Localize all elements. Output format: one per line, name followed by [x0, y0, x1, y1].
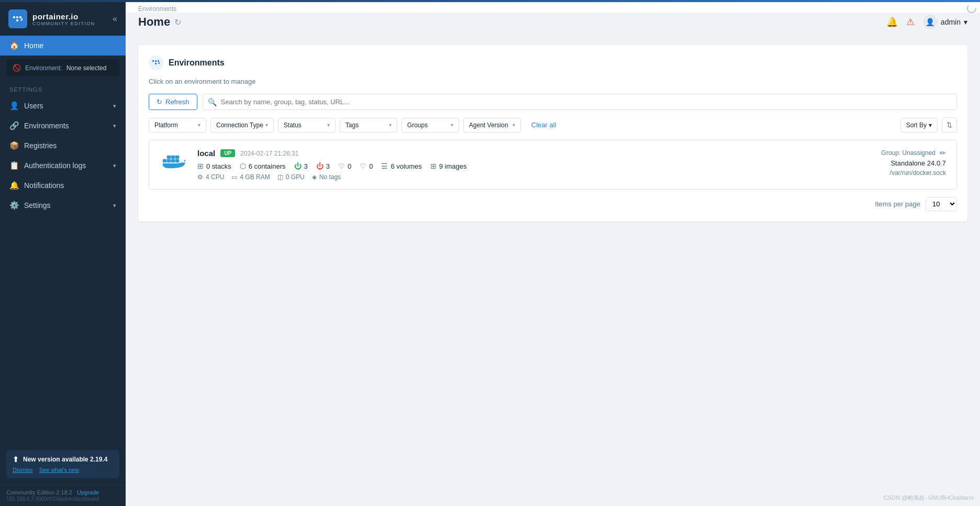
watermark: CSDN @鲍海超- GNUBHCkalitarro: [884, 494, 974, 502]
environments-icon: 🔗: [9, 121, 19, 130]
svg-rect-14: [175, 156, 179, 159]
svg-point-16: [181, 161, 183, 162]
upgrade-icon: ⬆: [13, 455, 19, 464]
sort-by-select[interactable]: Sort By ▾: [900, 118, 938, 133]
header-title-area: Home ↻ 🔔 ⚠ 👤 admin ▾: [126, 13, 980, 35]
sidebar-users-label: Users: [24, 102, 43, 110]
svg-rect-7: [158, 60, 159, 62]
sidebar-item-home[interactable]: 🏠 Home: [0, 36, 126, 56]
panel-header-icon: [149, 56, 163, 70]
healthy-icon: ♡: [338, 162, 345, 170]
footer-edition: Community Edition 2.18.2: [6, 489, 72, 496]
sidebar-item-users[interactable]: 👤 Users ▾: [0, 96, 126, 116]
whats-new-link[interactable]: See what's new: [39, 467, 80, 473]
svg-rect-9: [163, 159, 166, 162]
platform-filter-label: Platform: [154, 122, 178, 129]
connection-type-filter[interactable]: Connection Type ▾: [210, 118, 274, 133]
clear-all-button[interactable]: Clear all: [525, 118, 563, 132]
auth-logs-icon: 📋: [9, 161, 19, 170]
env-resources-row: ⚙ 4 CPU ▭ 4 GB RAM ◫ 0 GPU: [197, 173, 843, 181]
environment-card[interactable]: local up 2024-02-17 21:26:31 ⊞ 0 stacks …: [149, 140, 957, 190]
app-name: portainer.io: [32, 12, 95, 21]
running-value: 3: [304, 162, 308, 170]
page-refresh-icon[interactable]: ↻: [174, 17, 181, 27]
images-icon: ⊞: [430, 162, 437, 170]
gpu-value: 0 GPU: [286, 173, 305, 181]
new-version-title: New version available 2.19.4: [23, 456, 107, 463]
sidebar-item-auth-logs[interactable]: 📋 Authentication logs ▾: [0, 156, 126, 175]
pagination-row: Items per page 10 25 50 100: [149, 197, 957, 211]
env-card-body: local up 2024-02-17 21:26:31 ⊞ 0 stacks …: [197, 149, 843, 181]
env-label: Environment:: [25, 64, 62, 72]
user-menu[interactable]: 👤 admin ▾: [923, 15, 967, 29]
groups-filter[interactable]: Groups ▾: [402, 118, 459, 133]
sidebar-item-environments[interactable]: 🔗 Environments ▾: [0, 116, 126, 136]
loading-indicator: [966, 3, 977, 16]
items-per-page-select[interactable]: 10 25 50 100: [926, 197, 957, 211]
refresh-button[interactable]: ↻ Refresh: [149, 94, 197, 110]
healthy-value: 0: [348, 162, 351, 170]
notifications-icon: 🔔: [9, 181, 19, 190]
env-name: local: [197, 149, 215, 158]
containers-icon: ⬡: [240, 162, 246, 170]
sidebar-home-label: Home: [24, 41, 43, 50]
panel-title: Environments: [169, 58, 225, 68]
unhealthy-icon: ♡: [360, 162, 366, 170]
svg-rect-1: [13, 16, 15, 18]
platform-filter[interactable]: Platform ▾: [149, 118, 206, 133]
stopped-value: 3: [326, 162, 330, 170]
search-input[interactable]: [203, 94, 957, 110]
unhealthy-value: 0: [369, 162, 373, 170]
username: admin: [941, 18, 961, 26]
click-hint: Click on an environment to manage: [149, 78, 957, 85]
groups-filter-label: Groups: [407, 122, 428, 129]
tags-filter-label: Tags: [346, 122, 359, 129]
agent-version-filter[interactable]: Agent Version ▾: [463, 118, 521, 133]
edit-icon[interactable]: ✏: [940, 149, 946, 157]
environments-chevron-icon: ▾: [113, 123, 116, 129]
search-box: 🔍: [203, 94, 957, 110]
sidebar-registries-label: Registries: [24, 141, 57, 150]
ram-value: 4 GB RAM: [240, 173, 270, 181]
sidebar-item-notifications[interactable]: 🔔 Notifications: [0, 175, 126, 195]
connection-type-label: Connection Type: [216, 122, 263, 129]
items-per-page-dropdown[interactable]: 10 25 50 100: [926, 197, 957, 211]
sidebar-collapse-btn[interactable]: «: [113, 14, 117, 24]
auth-logs-chevron-icon: ▾: [113, 162, 116, 169]
connection-type-chevron-icon: ▾: [265, 122, 268, 128]
agent-version-chevron-icon: ▾: [513, 122, 515, 128]
bell-icon[interactable]: 🔔: [886, 16, 898, 28]
running-stat: ⏻ 3: [294, 162, 308, 170]
refresh-btn-icon: ↻: [157, 98, 162, 106]
groups-chevron-icon: ▾: [451, 122, 453, 128]
users-chevron-icon: ▾: [113, 103, 116, 109]
volumes-value: 6 volumes: [391, 162, 421, 170]
svg-rect-15: [175, 159, 179, 162]
refresh-btn-label: Refresh: [165, 98, 190, 106]
svg-rect-11: [171, 159, 175, 162]
sort-order-button[interactable]: ⇅: [942, 117, 957, 133]
settings-chevron-icon: ▾: [113, 202, 116, 209]
sidebar-item-settings[interactable]: ⚙️ Settings ▾: [0, 195, 126, 215]
tags-filter[interactable]: Tags ▾: [340, 118, 397, 133]
users-icon: 👤: [9, 101, 19, 111]
cpu-icon: ⚙: [197, 173, 203, 181]
svg-rect-10: [167, 159, 171, 162]
gpu-icon: ◫: [277, 173, 283, 181]
environment-selector[interactable]: 🚫 Environment: None selected: [6, 60, 119, 76]
dismiss-link[interactable]: Dismiss: [13, 467, 33, 473]
upgrade-link[interactable]: Upgrade: [77, 489, 99, 496]
sidebar-item-registries[interactable]: 📦 Registries: [0, 136, 126, 156]
user-menu-chevron-icon: ▾: [964, 18, 967, 26]
agent-version-label: Agent Version: [469, 122, 508, 129]
svg-rect-4: [16, 19, 18, 21]
sidebar-environments-label: Environments: [24, 122, 69, 130]
app-logo-icon: [8, 9, 27, 28]
status-filter[interactable]: Status ▾: [278, 118, 336, 133]
gpu-resource: ◫ 0 GPU: [277, 173, 305, 181]
new-version-banner: ⬆ New version available 2.19.4 Dismiss S…: [6, 450, 119, 478]
env-stats-row: ⊞ 0 stacks ⬡ 6 containers ⏻ 3: [197, 162, 843, 170]
alert-icon[interactable]: ⚠: [906, 16, 915, 28]
tags-value: No tags: [319, 173, 341, 181]
svg-point-0: [967, 4, 976, 13]
